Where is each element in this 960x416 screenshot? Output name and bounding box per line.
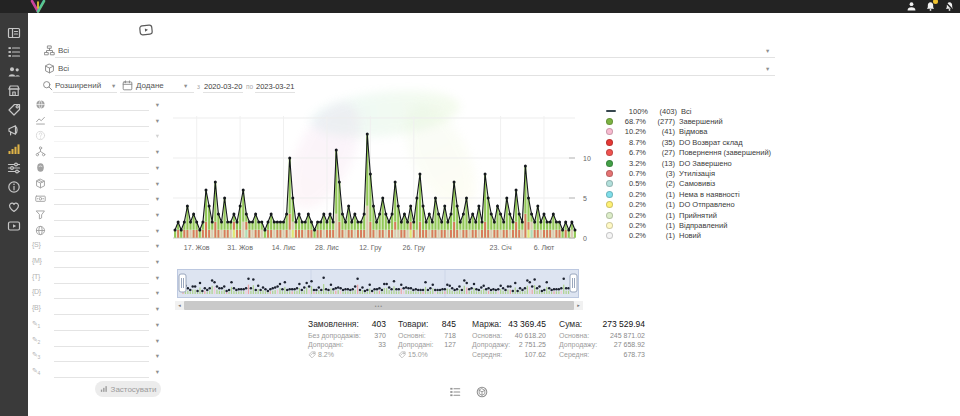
- chevron-down-icon[interactable]: ▾: [184, 83, 187, 90]
- status-filter-field[interactable]: [55, 57, 775, 58]
- sliders-icon: [7, 161, 21, 175]
- legend-item[interactable]: 68.7%(277)Завершений: [606, 116, 784, 126]
- legend-item[interactable]: 0.7%(3)Утилізація: [606, 168, 784, 178]
- package-view-icon[interactable]: [476, 386, 488, 398]
- chevron-down-icon[interactable]: ▾: [156, 149, 159, 156]
- filter-select-field[interactable]: [54, 110, 149, 111]
- filter-select-field[interactable]: [54, 283, 149, 284]
- chevron-down-icon[interactable]: ▾: [766, 48, 769, 55]
- filter-select-field[interactable]: [54, 126, 149, 127]
- chevron-down-icon[interactable]: ▾: [156, 353, 159, 360]
- chevron-down-icon[interactable]: ▾: [156, 338, 159, 345]
- legend-line-swatch: [606, 110, 616, 112]
- chevron-down-icon[interactable]: ▾: [156, 165, 159, 172]
- filter-select-field[interactable]: [54, 361, 149, 362]
- chevron-down-icon[interactable]: ▾: [156, 259, 159, 266]
- sidebar-item-customers[interactable]: [7, 65, 21, 79]
- chevron-down-icon[interactable]: ▾: [112, 83, 115, 90]
- chevron-down-icon[interactable]: ▾: [156, 228, 159, 235]
- filter-select-field[interactable]: [54, 314, 149, 315]
- filter-select-field[interactable]: [54, 141, 149, 142]
- user-icon[interactable]: [906, 1, 917, 12]
- date-to-input[interactable]: 2023-03-21: [256, 82, 294, 91]
- filter-select-field[interactable]: [54, 157, 149, 158]
- sidebar-item-sliders[interactable]: [7, 161, 21, 175]
- bell-icon[interactable]: [925, 1, 936, 12]
- stat-title-label: Товари:: [398, 319, 428, 329]
- sidebar-item-analytics-chart[interactable]: [7, 142, 21, 156]
- scrollbar-thumb[interactable]: •••: [184, 301, 574, 310]
- legend-item[interactable]: 0.2%(1)Новий: [606, 231, 784, 241]
- legend-item[interactable]: 0.5%(2)Самовивіз: [606, 179, 784, 189]
- chevron-down-icon[interactable]: ▾: [156, 133, 159, 140]
- chevron-down-icon[interactable]: ▾: [156, 118, 159, 125]
- scroll-right-arrow-icon[interactable]: ▸: [574, 301, 583, 310]
- status-filter-value[interactable]: Всі: [58, 46, 69, 55]
- chevron-down-icon[interactable]: ▾: [156, 322, 159, 329]
- list-view-icon[interactable]: [449, 386, 461, 398]
- legend-item[interactable]: 100%(403)Всі: [606, 106, 784, 116]
- discount-tag-icon: [398, 351, 406, 359]
- legend-item[interactable]: 0.2%(1)Відправлений: [606, 220, 784, 230]
- filter-select-field[interactable]: [54, 377, 149, 378]
- brand-v-logo[interactable]: [29, 0, 47, 13]
- filter-select-field[interactable]: [54, 346, 149, 347]
- sidebar-item-support-heart[interactable]: [7, 200, 21, 214]
- product-filter-field[interactable]: [55, 75, 775, 76]
- sidebar-item-store[interactable]: [7, 84, 21, 98]
- chevron-down-icon[interactable]: ▾: [156, 275, 159, 282]
- legend-item[interactable]: 0.2%(1)Нема в наявності: [606, 189, 784, 199]
- filter-select-field[interactable]: [54, 298, 149, 299]
- search-icon[interactable]: [42, 80, 53, 91]
- legend-item[interactable]: 0.2%(1)Прийнятий: [606, 210, 784, 220]
- banknote-icon: [35, 193, 46, 204]
- filter-select-field[interactable]: [54, 173, 149, 174]
- filter-select-field[interactable]: [54, 204, 149, 205]
- filter-select-field[interactable]: [54, 220, 149, 221]
- scroll-left-arrow-icon[interactable]: ◂: [175, 301, 184, 310]
- chevron-down-icon[interactable]: ▾: [156, 306, 159, 313]
- sidebar-item-price-tag[interactable]: [7, 103, 21, 117]
- legend-item[interactable]: 3.2%(13)DO Завершено: [606, 158, 784, 168]
- stat-title-value: 43 369.45: [508, 319, 546, 329]
- product-filter-value[interactable]: Всі: [58, 64, 69, 73]
- filter-select-field[interactable]: [54, 189, 149, 190]
- chevron-down-icon[interactable]: ▾: [156, 212, 159, 219]
- chevron-down-icon[interactable]: ▾: [156, 369, 159, 376]
- chevron-down-icon[interactable]: ▾: [156, 102, 159, 109]
- chart-range-navigator[interactable]: [177, 269, 579, 300]
- sidebar-item-orders-list[interactable]: [7, 45, 21, 59]
- date-field-select[interactable]: Додане: [136, 81, 164, 90]
- calendar-icon[interactable]: [122, 80, 133, 91]
- sidebar-item-dashboard[interactable]: [7, 26, 21, 40]
- filter-row-pencil-3: ✎3▾: [32, 350, 162, 364]
- stat-title-row: Маржа:43 369.45: [472, 319, 546, 329]
- chevron-down-icon[interactable]: ▾: [156, 181, 159, 188]
- filter-select-field[interactable]: [54, 267, 149, 268]
- analytics-chart-icon: [7, 142, 21, 156]
- filter-select-field[interactable]: [54, 251, 149, 252]
- legend-item[interactable]: 6.7%(27)Повернення (завершений): [606, 148, 784, 158]
- filter-select-field[interactable]: [54, 236, 149, 237]
- chevron-down-icon[interactable]: ▾: [156, 290, 159, 297]
- chevron-down-icon[interactable]: ▾: [156, 243, 159, 250]
- legend-item[interactable]: 8.7%(35)DO Возврат склад: [606, 137, 784, 147]
- chevron-down-icon[interactable]: ▾: [156, 196, 159, 203]
- search-mode-select[interactable]: Розширений: [55, 81, 101, 90]
- video-bubble-icon[interactable]: [135, 22, 156, 38]
- orders-by-day-chart[interactable]: 17. Жов31. Жов14. Лис28. Лис12. Гру26. Г…: [173, 98, 605, 260]
- apply-button[interactable]: Застосувати: [95, 381, 161, 397]
- date-from-input[interactable]: 2020-03-20: [204, 82, 242, 91]
- sidebar-item-info[interactable]: [7, 180, 21, 194]
- chevron-down-icon[interactable]: ▾: [766, 66, 769, 73]
- filter-row-token-d: {D}▾: [32, 287, 162, 301]
- filter-select-field[interactable]: [54, 330, 149, 331]
- legend-item[interactable]: 0.2%(1)DO Отправлено: [606, 200, 784, 210]
- sidebar-item-megaphone[interactable]: [7, 123, 21, 137]
- legend-item[interactable]: 10.2%(41)Відмова: [606, 127, 784, 137]
- stat-sub-label: Основна:: [472, 332, 502, 339]
- stat-title-label: Сума:: [559, 319, 582, 329]
- summary-stats: Замовлення:403Без допродажів:370Допродан…: [308, 319, 645, 359]
- sidebar-item-video-tutorials[interactable]: [7, 219, 21, 233]
- bell-muted-icon[interactable]: [944, 1, 955, 12]
